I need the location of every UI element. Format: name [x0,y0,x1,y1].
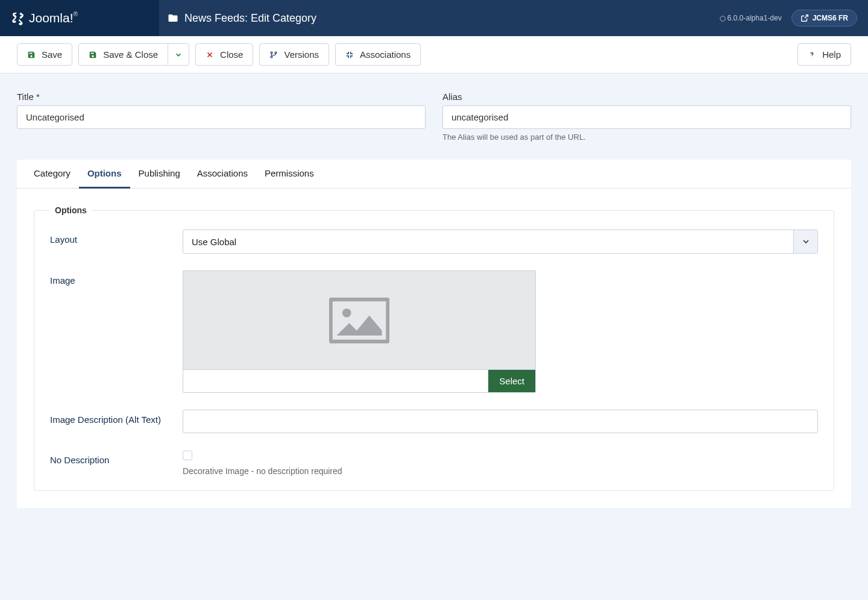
alt-text-label: Image Description (Alt Text) [50,410,183,433]
no-description-label: No Description [50,450,183,476]
image-select-button[interactable]: Select [488,370,535,392]
title-field: Title * [17,92,426,142]
alt-text-input[interactable] [183,410,818,433]
image-path-input[interactable] [183,370,488,392]
layout-label: Layout [50,230,183,254]
tabs: Category Options Publishing Associations… [17,160,851,189]
brand-text: Joomla!® [29,11,78,25]
title-label: Title * [17,92,426,102]
image-preview [183,270,536,369]
alias-field: Alias The Alias will be used as part of … [442,92,851,142]
version-label: 6.0.0-alpha1-dev [720,14,782,22]
associations-button[interactable]: Associations [335,43,421,66]
close-icon [206,51,214,59]
toolbar: Save Save & Close Close Versions Associa… [0,36,868,73]
tab-publishing[interactable]: Publishing [130,160,189,188]
alias-hint: The Alias will be used as part of the UR… [442,133,851,142]
contract-icon [345,51,354,59]
versions-button[interactable]: Versions [259,43,329,66]
save-close-button[interactable]: Save & Close [78,43,168,66]
options-legend: Options [50,205,92,215]
options-fieldset: Options Layout Use Global Image [34,205,834,491]
svg-point-3 [271,56,272,58]
svg-point-5 [342,308,351,317]
image-picker: Select [183,270,536,393]
svg-point-0 [720,16,725,21]
branch-icon [269,51,278,59]
save-icon [89,51,97,59]
no-description-hint: Decorative Image - no description requir… [183,466,818,476]
tab-category[interactable]: Category [25,160,79,188]
external-link-icon [800,14,809,22]
image-label: Image [50,270,183,393]
options-panel: Options Layout Use Global Image [17,189,851,508]
chevron-down-icon [174,51,183,59]
image-placeholder-icon [329,298,389,343]
close-button[interactable]: Close [195,43,253,66]
app-header: Joomla!® News Feeds: Edit Category 6.0.0… [0,0,868,36]
layout-select[interactable]: Use Global [183,230,818,254]
logo-section[interactable]: Joomla!® [0,0,159,36]
joomla-icon [11,11,25,25]
no-description-checkbox[interactable] [183,451,192,460]
tab-associations[interactable]: Associations [189,160,256,188]
svg-point-1 [271,52,272,54]
tabs-container: Category Options Publishing Associations… [17,160,851,508]
site-link-button[interactable]: JCMS6 FR [791,10,857,27]
help-button[interactable]: Help [797,43,851,66]
page-title: News Feeds: Edit Category [159,12,316,25]
svg-point-2 [275,52,277,54]
save-dropdown-button[interactable] [168,43,189,66]
tab-options[interactable]: Options [79,160,130,189]
help-icon [808,51,816,59]
alias-label: Alias [442,92,851,102]
folder-icon [168,13,178,23]
title-input[interactable] [17,105,426,129]
save-icon [27,51,36,59]
save-button[interactable]: Save [17,43,72,66]
chevron-down-icon [793,230,817,253]
joomla-mini-icon [720,16,726,22]
tab-permissions[interactable]: Permissions [256,160,322,188]
alias-input[interactable] [442,105,851,129]
form-body: Title * Alias The Alias will be used as … [0,73,868,526]
